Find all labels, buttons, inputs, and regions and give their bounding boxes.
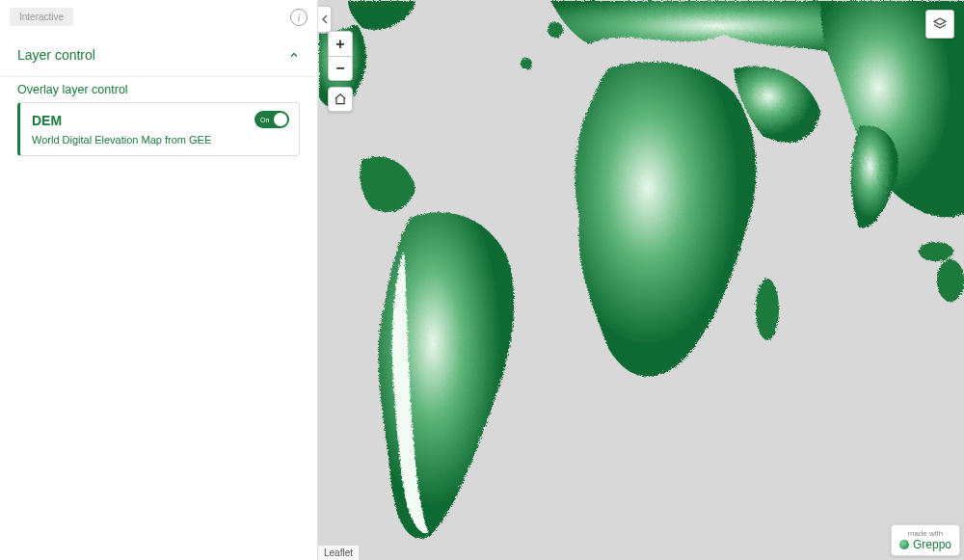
layer-description: World Digital Elevation Map from GEE (32, 134, 287, 146)
layer-control-header[interactable]: Layer control (0, 34, 317, 77)
info-icon[interactable]: i (290, 9, 308, 26)
layer-name: DEM (32, 113, 287, 128)
svg-point-1 (755, 278, 778, 339)
layers-button[interactable] (925, 10, 954, 39)
world-elevation-map (318, 0, 964, 560)
chevron-up-icon (288, 49, 300, 61)
layer-toggle[interactable]: On (254, 111, 289, 128)
sidebar: Interactive i Layer control Overlay laye… (0, 0, 318, 560)
zoom-out-button[interactable]: − (328, 56, 353, 81)
svg-marker-6 (934, 18, 946, 25)
layers-icon (932, 16, 948, 32)
zoom-in-button[interactable]: + (328, 31, 353, 56)
section-title: Layer control (17, 47, 95, 63)
svg-point-2 (520, 57, 531, 68)
map-attribution[interactable]: Leaflet (318, 546, 359, 560)
chevron-left-icon (321, 14, 329, 24)
toggle-knob (274, 113, 287, 126)
home-icon (334, 93, 347, 106)
made-with-label: made with (899, 529, 951, 538)
brand-name: Greppo (913, 538, 951, 551)
svg-point-3 (547, 21, 562, 37)
brand-logo-icon (899, 540, 909, 549)
interactive-button[interactable]: Interactive (10, 8, 73, 26)
sidebar-header: Interactive i (0, 0, 317, 34)
overlay-subsection-title: Overlay layer control (17, 83, 300, 96)
svg-point-5 (936, 258, 963, 301)
zoom-control: + − (328, 31, 353, 81)
home-button[interactable] (328, 87, 353, 112)
sidebar-collapse-handle[interactable] (318, 6, 332, 33)
made-with-brand: Greppo (899, 538, 951, 551)
map-controls: + − (328, 31, 353, 112)
layer-control-body: Overlay layer control DEM World Digital … (0, 77, 317, 170)
made-with-badge[interactable]: made with Greppo (891, 524, 960, 556)
toggle-label: On (260, 117, 274, 123)
layer-card-dem: DEM World Digital Elevation Map from GEE… (17, 102, 300, 156)
svg-point-4 (918, 241, 952, 260)
map-area[interactable]: + − Leaflet made with Greppo (318, 0, 964, 560)
